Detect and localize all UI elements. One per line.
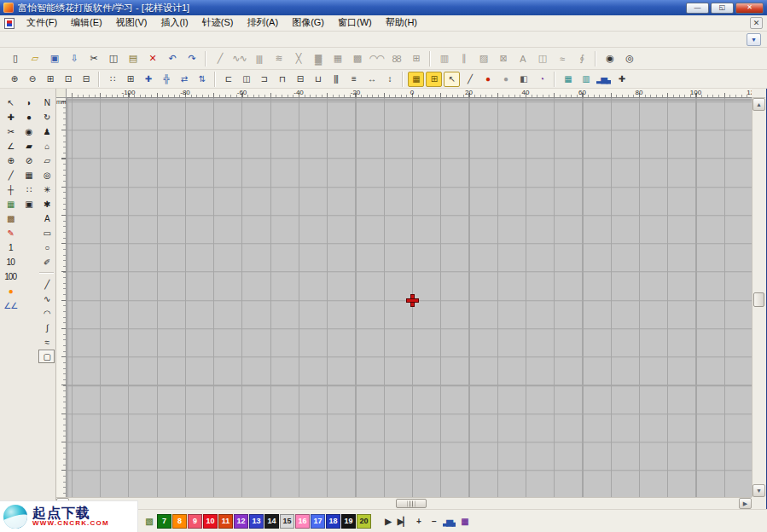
scissors-tool-icon[interactable]: ✂	[3, 124, 19, 138]
preset-1-button[interactable]: 1	[3, 240, 19, 254]
exit-point-icon[interactable]: ◎	[620, 50, 638, 67]
copy-icon[interactable]: ◫	[104, 50, 122, 67]
move-vertical-icon[interactable]: ⇅	[194, 72, 210, 87]
cut-icon[interactable]: ✂	[84, 50, 102, 67]
line-draw-tool-icon[interactable]: ╱	[38, 277, 55, 291]
paste-icon[interactable]: ▤	[124, 50, 142, 67]
palette-grid-icon[interactable]: ▦	[457, 514, 472, 528]
align-right-icon[interactable]: ⊐	[256, 72, 272, 87]
lettering-tool-icon[interactable]: A	[38, 211, 55, 225]
sequin-icon[interactable]: 88	[387, 50, 405, 67]
align-top-icon[interactable]: ⊓	[274, 72, 290, 87]
lettering-stitch-icon[interactable]: A	[514, 50, 532, 67]
thread-red-icon[interactable]: ●	[479, 72, 496, 87]
image-tool-icon[interactable]: ▦	[3, 197, 19, 211]
color-swatch-9[interactable]: 9	[188, 514, 202, 529]
dots-tool-icon[interactable]: ∷	[20, 182, 37, 196]
zoom-tool-icon[interactable]: ⊕	[3, 153, 19, 167]
save-icon[interactable]: ▣	[45, 50, 63, 67]
zoom-out-icon[interactable]: ⊖	[24, 72, 40, 87]
circle-dot-tool-icon[interactable]: ●	[20, 110, 37, 124]
toolbar-options-chevron-icon[interactable]: ▼	[747, 33, 761, 46]
vehicle-shape-tool-icon[interactable]: ▱	[38, 153, 55, 167]
pattern-fill-icon[interactable]: ▩	[348, 50, 366, 67]
house-shape-tool-icon[interactable]: ⌂	[38, 139, 55, 153]
move-horizontal-icon[interactable]: ⇄	[176, 72, 192, 87]
cross-fill-icon[interactable]: ⊠	[494, 50, 512, 67]
zoom-window-icon[interactable]: ⊞	[42, 72, 58, 87]
contour-fill-icon[interactable]: ▨	[474, 50, 492, 67]
cursor-toggle-icon[interactable]: ↖	[444, 72, 460, 87]
menu-item-view[interactable]: 视图(V)	[109, 14, 154, 32]
zoom-fit-icon[interactable]: ⊡	[60, 72, 76, 87]
undo-icon[interactable]: ↶	[163, 50, 181, 67]
design-list-icon[interactable]: ▥	[578, 72, 594, 87]
thread-dot-icon[interactable]: ●	[3, 284, 19, 298]
target-tool-icon[interactable]: ◉	[20, 124, 37, 138]
grid-toggle-icon[interactable]: ▦	[408, 72, 424, 87]
freehand-draw-tool-icon[interactable]: ≈	[38, 335, 55, 349]
rotate-tool-icon[interactable]: ↻	[38, 110, 55, 124]
tatami-stitch-icon[interactable]: ▦	[328, 50, 346, 67]
entry-point-icon[interactable]: ◉	[601, 50, 619, 67]
applique-icon[interactable]: ◠◠	[368, 50, 386, 67]
block-tool-icon[interactable]: ▰	[20, 139, 37, 153]
minimize-button[interactable]: —	[686, 3, 709, 14]
measure-tool-icon[interactable]: ∠	[3, 139, 19, 153]
color-swatch-16[interactable]: 16	[295, 514, 310, 529]
globe-shape-tool-icon[interactable]: ◎	[38, 168, 55, 182]
color-swatch-20[interactable]: 20	[357, 514, 371, 529]
menu-item-help[interactable]: 帮助(H)	[379, 14, 424, 32]
cross-stitch-icon[interactable]: ╳	[289, 50, 307, 67]
horizontal-scroll-thumb[interactable]	[396, 499, 427, 508]
stitch-chart-icon[interactable]: ▂▅▃	[596, 72, 612, 87]
motif-stitch-icon[interactable]: ▓	[309, 50, 327, 67]
color-swatch-13[interactable]: 13	[249, 514, 264, 529]
wave-draw-tool-icon[interactable]: ∿	[38, 292, 55, 305]
preset-100-button[interactable]: 100	[3, 269, 19, 283]
design-canvas[interactable]	[67, 98, 752, 497]
red-pen-tool-icon[interactable]: ✎	[3, 226, 19, 240]
vertical-scrollbar[interactable]: ▲ ▼	[752, 98, 765, 497]
color-swatch-11[interactable]: 11	[218, 514, 233, 529]
pattern-browse-icon[interactable]: ⊞	[122, 72, 138, 87]
delete-icon[interactable]: ✕	[143, 50, 161, 67]
spiral-stitch-icon[interactable]: ∮	[572, 50, 590, 67]
remove-color-button[interactable]: −	[427, 514, 441, 528]
small-grid-icon[interactable]: ∷	[104, 72, 120, 87]
last-color-button[interactable]: ▶▏	[396, 514, 410, 528]
menu-item-edit[interactable]: 编辑(E)	[64, 14, 109, 32]
color-swatch-12[interactable]: 12	[234, 514, 248, 529]
color-swatch-8[interactable]: 8	[172, 514, 187, 529]
zigzag-tool-icon[interactable]: ∠∠	[3, 298, 19, 312]
color-swatch-19[interactable]: 19	[341, 514, 356, 529]
mdi-close-button[interactable]: ✕	[750, 17, 763, 29]
color-swatch-15[interactable]: 15	[280, 514, 294, 529]
close-button[interactable]: ✕	[735, 3, 764, 14]
snowflake-shape-tool-icon[interactable]: ✳	[38, 182, 55, 196]
complex-fill-icon[interactable]: ▥	[435, 50, 453, 67]
distribute-v-icon[interactable]: ≡	[346, 72, 362, 87]
curve-tool-icon[interactable]: ◗	[20, 95, 37, 109]
align-center-icon[interactable]: ◫	[238, 72, 254, 87]
run-stitch-icon[interactable]: ╱	[211, 50, 229, 67]
thread-spool-icon[interactable]: ▧	[142, 514, 156, 528]
guide-toggle-icon[interactable]: ⊞	[426, 72, 442, 87]
no-fill-tool-icon[interactable]: ⊘	[20, 153, 37, 167]
node-edit-tool-icon[interactable]: ✚	[3, 110, 19, 124]
color-swatch-18[interactable]: 18	[326, 514, 340, 529]
menu-item-stitch[interactable]: 针迹(S)	[195, 14, 241, 32]
thread-gray-icon[interactable]: ●	[497, 72, 514, 87]
redo-icon[interactable]: ↷	[183, 50, 200, 67]
thread-table-icon[interactable]: ▦	[560, 72, 576, 87]
move-design-icon[interactable]: ✚	[140, 72, 156, 87]
color-swatch-14[interactable]: 14	[264, 514, 279, 529]
flower-shape-tool-icon[interactable]: ✱	[38, 197, 55, 211]
e-stitch-icon[interactable]: ≋	[270, 50, 288, 67]
curve-n-tool-icon[interactable]: N	[38, 95, 55, 109]
stitch-sequence-icon[interactable]: ▂▅▃	[442, 514, 456, 528]
document-icon[interactable]	[4, 18, 15, 29]
add-color-button[interactable]: +	[411, 514, 426, 528]
scroll-up-icon[interactable]: ▲	[752, 98, 765, 111]
menu-item-image[interactable]: 图像(G)	[285, 14, 331, 32]
